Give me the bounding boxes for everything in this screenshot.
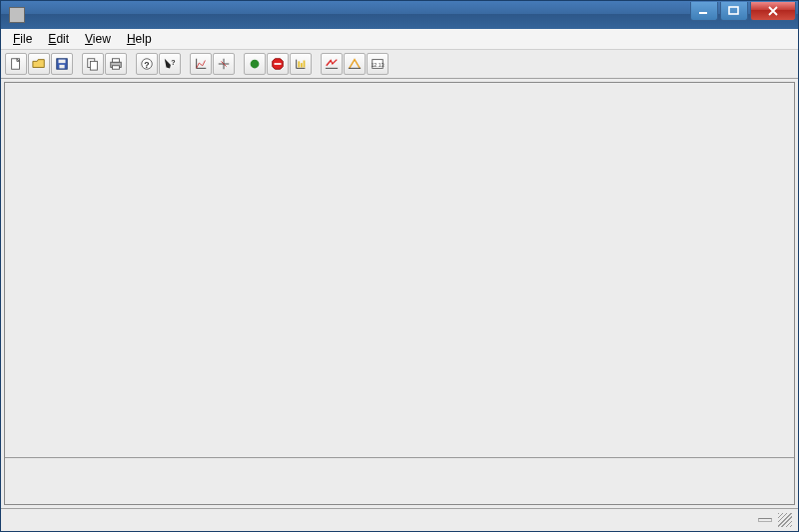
svg-point-14	[251, 60, 260, 69]
cursor-button[interactable]	[213, 53, 235, 75]
content-panel	[4, 82, 795, 505]
menu-view[interactable]: View	[77, 30, 119, 48]
copy-button[interactable]	[82, 53, 104, 75]
svg-text:?: ?	[171, 59, 175, 66]
open-file-button[interactable]	[28, 53, 50, 75]
svg-rect-4	[59, 60, 66, 64]
window-controls	[688, 2, 796, 22]
svg-rect-19	[304, 61, 306, 68]
menu-edit[interactable]: Edit	[40, 30, 77, 48]
titlebar[interactable]	[1, 1, 798, 29]
minimize-button[interactable]	[690, 2, 718, 21]
close-button[interactable]	[750, 2, 796, 21]
svg-text:12.13: 12.13	[371, 62, 384, 68]
resize-grip-icon[interactable]	[778, 513, 792, 527]
context-help-button[interactable]: ?	[159, 53, 181, 75]
app-icon	[9, 7, 25, 23]
svg-rect-5	[59, 65, 64, 69]
stop-button[interactable]	[267, 53, 289, 75]
svg-rect-10	[113, 66, 120, 70]
axis-settings-button[interactable]	[190, 53, 212, 75]
svg-rect-17	[298, 61, 300, 67]
menu-help[interactable]: Help	[119, 30, 160, 48]
app-window: File Edit View Help ? ? 12.13	[0, 0, 799, 532]
mode-2-button[interactable]	[344, 53, 366, 75]
menubar: File Edit View Help	[1, 29, 798, 50]
svg-rect-9	[113, 59, 120, 63]
save-file-button[interactable]	[51, 53, 73, 75]
svg-text:?: ?	[144, 60, 149, 70]
help-button[interactable]: ?	[136, 53, 158, 75]
status-integration	[758, 518, 772, 522]
calibration-button[interactable]: 12.13	[367, 53, 389, 75]
mode-1-button[interactable]	[321, 53, 343, 75]
chart-area[interactable]	[7, 85, 792, 455]
svg-rect-7	[90, 61, 97, 70]
reset-button[interactable]	[290, 53, 312, 75]
svg-rect-1	[729, 7, 738, 14]
print-button[interactable]	[105, 53, 127, 75]
record-button[interactable]	[244, 53, 266, 75]
svg-rect-16	[275, 63, 282, 65]
toolbar: ? ? 12.13	[1, 50, 798, 79]
statusbar	[1, 508, 798, 531]
decay-chart	[7, 85, 792, 455]
maximize-button[interactable]	[720, 2, 748, 21]
svg-rect-0	[699, 12, 707, 14]
new-file-button[interactable]	[5, 53, 27, 75]
readouts-row	[5, 457, 794, 504]
svg-rect-18	[301, 63, 303, 67]
menu-file[interactable]: File	[5, 30, 40, 48]
